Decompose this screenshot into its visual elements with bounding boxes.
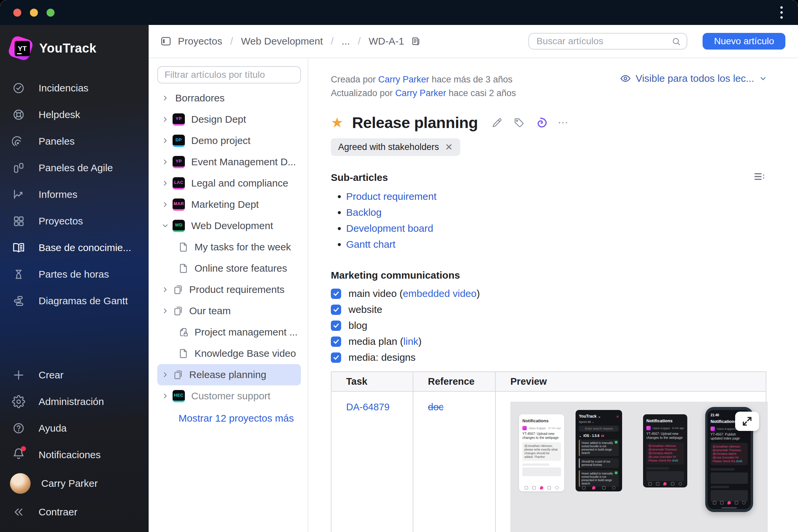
media-plan-link[interactable]: link — [403, 336, 418, 347]
chevron-right-icon[interactable] — [161, 286, 173, 293]
sidebar-item-agile-boards[interactable]: Paneles de Agile — [0, 155, 149, 181]
chevron-right-icon[interactable] — [161, 307, 173, 315]
search-icon — [671, 37, 681, 46]
chevron-right-icon[interactable] — [161, 201, 173, 208]
table-header-preview: Preview — [495, 372, 766, 391]
edit-article-button[interactable] — [491, 117, 503, 129]
remove-tag-icon[interactable]: ✕ — [445, 141, 453, 153]
close-window-button[interactable] — [13, 8, 21, 17]
checklist-item: blog — [331, 318, 798, 334]
sidebar-item-knowledge-base[interactable]: Base de conocimie... — [0, 234, 149, 261]
sidebar-item-dashboards[interactable]: Paneles — [0, 128, 149, 155]
sidebar-collapse-button[interactable]: Contraer — [0, 499, 149, 525]
new-article-button[interactable]: Nuevo artículo — [703, 33, 785, 50]
tree-item-my-tasks[interactable]: My tasks for the week — [157, 236, 301, 258]
sidebar-item-helpdesk[interactable]: Helpdesk — [0, 101, 149, 128]
article-content: Creada por Carry Parker hace más de 3 añ… — [308, 58, 798, 532]
breadcrumb-ellipsis[interactable]: ... — [341, 36, 350, 47]
chevron-right-icon[interactable] — [161, 392, 173, 400]
chevron-right-icon[interactable] — [161, 94, 173, 102]
doc-link[interactable]: doc — [428, 402, 443, 412]
user-profile[interactable]: Carry Parker — [0, 468, 149, 499]
article-title: Release planning — [352, 113, 478, 132]
search-icon: ⌕ — [616, 414, 619, 419]
tree-item-knowledge-base-video[interactable]: Knowledge Base video — [157, 343, 301, 364]
help-circle-icon — [12, 422, 25, 435]
favorite-star-icon[interactable]: ★ — [331, 116, 343, 130]
phone-screenshot-board: YouTrack ⌄⌕ Sprint 89 ⌄ Enter search req… — [575, 410, 622, 491]
breadcrumb-article-id[interactable]: WD-A-1 — [369, 36, 404, 47]
expand-image-button[interactable] — [735, 412, 759, 431]
sub-article-link[interactable]: Development board — [346, 223, 433, 234]
tree-item-product-requirements[interactable]: Product requirements — [157, 279, 301, 300]
sidebar-item-reports[interactable]: Informes — [0, 181, 149, 208]
sidebar-item-issues[interactable]: Incidencias — [0, 75, 149, 101]
tree-item-online-store[interactable]: Online store features — [157, 258, 301, 279]
article-tree-panel: Borradores YP Design Dept DP Demo projec… — [149, 58, 308, 532]
created-line: Creada por Carry Parker hace más de 3 añ… — [331, 73, 516, 87]
avatar — [646, 426, 651, 430]
pages-icon — [173, 284, 184, 295]
youtrack-logo[interactable]: YT YouTrack — [0, 33, 149, 75]
sidebar-item-help[interactable]: Ayuda — [0, 415, 149, 441]
sidebar-item-administration[interactable]: Administración — [0, 388, 149, 415]
search-articles-input[interactable] — [528, 33, 687, 50]
sub-article-link[interactable]: Gantt chart — [346, 239, 395, 250]
table-header-task: Task — [331, 372, 413, 391]
sub-article-link[interactable]: Product requirement — [346, 191, 437, 202]
copy-article-icon[interactable] — [410, 36, 421, 46]
phone-screenshot-dark: Notifications Hans Koppendorf 8 min ago … — [643, 414, 687, 488]
table-of-contents-button[interactable] — [753, 170, 766, 185]
project-avatar: WD — [173, 220, 185, 232]
created-author-link[interactable]: Carry Parker — [378, 75, 429, 84]
add-tag-button[interactable] — [513, 117, 525, 129]
tree-item-customer-support[interactable]: HEC Customer support — [157, 385, 301, 407]
toggle-sidebar-icon[interactable] — [160, 35, 172, 47]
tree-item-drafts[interactable]: Borradores — [157, 88, 301, 109]
article-meta: Creada por Carry Parker hace más de 3 añ… — [331, 73, 516, 100]
tree-item-design-dept[interactable]: YP Design Dept — [157, 109, 301, 130]
checkbox-checked[interactable] — [331, 305, 341, 315]
tree-item-demo-project[interactable]: DP Demo project — [157, 130, 301, 151]
chevron-right-icon[interactable] — [161, 115, 173, 124]
breadcrumb-web-development[interactable]: Web Development — [241, 36, 323, 47]
embedded-video-link[interactable]: embedded video — [403, 288, 476, 299]
tree-item-our-team[interactable]: Our team — [157, 300, 301, 322]
preview-image[interactable]: Notifications Hans Koppendorf 10 min ago… — [510, 402, 768, 532]
window-menu-kebab-icon[interactable] — [778, 4, 785, 21]
checkbox-checked[interactable] — [331, 321, 341, 331]
chevron-right-icon[interactable] — [161, 137, 173, 145]
checkbox-checked[interactable] — [331, 353, 341, 363]
show-more-projects-link[interactable]: Mostrar 12 proyectos más — [178, 413, 301, 424]
sidebar-item-notifications[interactable]: Notificaciones — [0, 441, 149, 468]
minimize-window-button[interactable] — [30, 8, 38, 17]
task-link[interactable]: DA-64879 — [346, 402, 390, 412]
tree-item-marketing-dept[interactable]: MAR Marketing Dept — [157, 194, 301, 215]
sidebar-item-timesheets[interactable]: Partes de horas — [0, 261, 149, 288]
checkbox-checked[interactable] — [331, 337, 341, 347]
tree-item-legal-compliance[interactable]: LAC Legal and compliance — [157, 173, 301, 194]
sidebar-item-create[interactable]: Crear — [0, 362, 149, 388]
updated-author-link[interactable]: Carry Parker — [395, 88, 446, 98]
plus-icon — [12, 368, 25, 382]
sidebar-item-projects[interactable]: Proyectos — [0, 208, 149, 234]
breadcrumb-projects[interactable]: Proyectos — [178, 36, 222, 47]
window-titlebar — [0, 0, 798, 25]
more-actions-button[interactable] — [557, 117, 569, 129]
ai-assistant-button[interactable] — [535, 117, 547, 129]
article-tag[interactable]: Agreed with stakeholders ✕ — [331, 138, 460, 156]
checkbox-checked[interactable] — [331, 289, 341, 299]
chevron-down-icon[interactable] — [161, 222, 173, 230]
tree-item-web-development[interactable]: WD Web Development — [157, 215, 301, 236]
maximize-window-button[interactable] — [46, 8, 55, 17]
chevron-right-icon[interactable] — [161, 179, 173, 187]
sub-article-link[interactable]: Backlog — [346, 207, 382, 218]
tree-item-project-management[interactable]: Project management ... — [157, 322, 301, 343]
filter-articles-input[interactable] — [157, 66, 301, 83]
tree-item-release-planning[interactable]: Release planning — [157, 364, 301, 385]
tree-item-event-management[interactable]: YP Event Management D... — [157, 151, 301, 173]
sidebar-item-gantt-charts[interactable]: Diagramas de Gantt — [0, 288, 149, 314]
chevron-right-icon[interactable] — [161, 371, 173, 379]
visibility-selector[interactable]: Visible para todos los lec... — [620, 73, 767, 84]
chevron-right-icon[interactable] — [161, 158, 173, 166]
